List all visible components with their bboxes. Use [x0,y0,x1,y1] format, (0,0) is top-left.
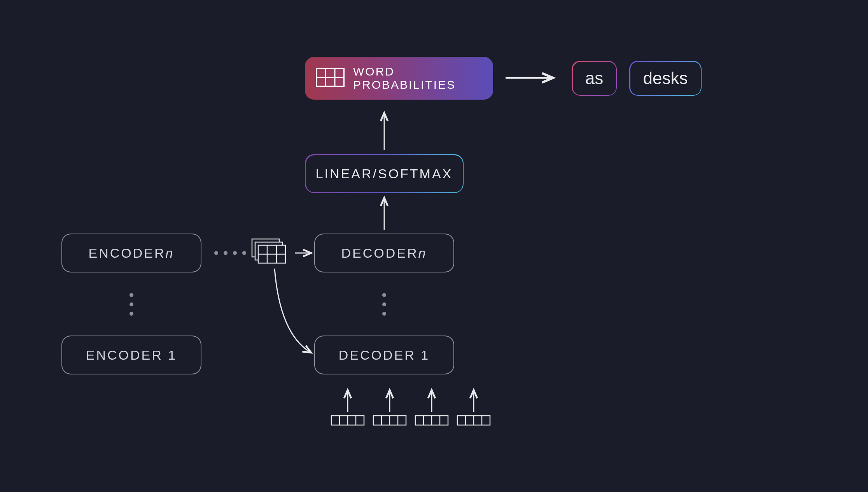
encoder-ellipsis-icon [130,293,133,316]
linear-softmax-block: LINEAR/SOFTMAX [305,154,464,193]
svg-point-9 [382,312,386,316]
arrows-embeddings-to-decoder [348,390,474,412]
svg-rect-24 [373,416,406,425]
svg-rect-28 [415,416,448,425]
decoder-1-label: DECODER 1 [339,348,430,363]
output-word-desks-label: desks [643,69,688,88]
encoder-1-label: ENCODER 1 [86,348,177,363]
svg-rect-20 [331,416,364,425]
svg-point-6 [130,312,133,316]
word-probabilities-label: WORD PROBABILITIES [353,65,456,92]
encoder-to-tensor-ellipsis-icon [214,251,246,255]
svg-point-4 [130,293,133,297]
encoder-n-block: ENCODER n [61,234,201,272]
svg-point-12 [233,251,237,255]
svg-point-10 [214,251,218,255]
grid-icon [316,68,345,88]
output-word-desks: desks [629,61,702,96]
word-prob-line2: PROBABILITIES [353,78,456,92]
arrow-tensor-to-decoder-1 [275,269,311,353]
output-word-as-label: as [585,69,603,88]
encoder-n-label-suffix: n [166,246,175,261]
decoder-ellipsis-icon [382,293,386,316]
svg-rect-32 [457,416,490,425]
encoder-n-label-prefix: ENCODER [89,246,166,261]
svg-point-8 [382,302,386,306]
svg-rect-14 [252,239,279,257]
svg-point-11 [224,251,228,255]
svg-point-13 [242,251,246,255]
word-prob-line1: WORD [353,65,456,79]
decoder-n-label-prefix: DECODER [341,246,418,261]
tensor-stack-icon [252,239,285,263]
decoder-n-label-suffix: n [418,246,427,261]
svg-rect-15 [255,242,282,260]
output-word-as: as [572,61,617,96]
svg-point-5 [130,302,133,306]
decoder-1-block: DECODER 1 [314,336,454,374]
decoder-n-block: DECODER n [314,234,454,272]
linear-softmax-label: LINEAR/SOFTMAX [316,166,453,181]
svg-point-7 [382,293,386,297]
input-embeddings-icon [331,416,490,425]
word-probabilities-block: WORD PROBABILITIES [305,57,493,100]
encoder-1-block: ENCODER 1 [61,336,201,374]
svg-rect-16 [258,245,285,263]
